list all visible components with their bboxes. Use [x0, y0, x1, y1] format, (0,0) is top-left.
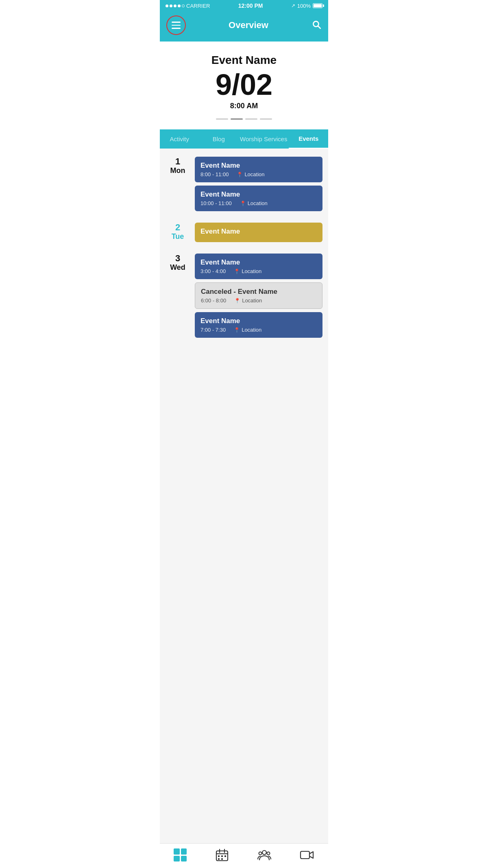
nav-item-media[interactable] [300, 848, 314, 862]
hamburger-line-3 [172, 28, 181, 29]
event-location-3-2: 📍 Location [234, 297, 262, 304]
battery-percent: 100% [297, 3, 311, 9]
day-events-2: Event Name [195, 223, 322, 242]
pin-icon-3-1: 📍 [234, 269, 240, 274]
day-number-1: 1 [166, 157, 190, 166]
svg-rect-12 [301, 851, 309, 859]
day-section-1: 1 Mon Event Name 8:00 - 11:00 📍 Location… [160, 149, 328, 214]
status-left: CARRIER [166, 3, 210, 9]
signal-dot-4 [178, 4, 181, 7]
day-name-2: Tue [166, 232, 190, 241]
svg-rect-7 [218, 858, 220, 860]
day-label-1: 1 Mon [166, 157, 190, 175]
search-button[interactable] [311, 19, 322, 31]
pin-icon-1-1: 📍 [237, 172, 243, 177]
event-time-3-2: 6:00 - 8:00 [201, 297, 226, 304]
grid-icon [174, 848, 187, 861]
page-dot-4 [260, 118, 272, 120]
svg-rect-8 [221, 858, 223, 860]
event-name-3-2: Canceled - Event Name [201, 288, 316, 296]
calendar-icon [215, 848, 229, 862]
event-card-3-2[interactable]: Canceled - Event Name 6:00 - 8:00 📍 Loca… [195, 282, 322, 309]
page-dot-1 [216, 118, 228, 120]
event-location-1-1: 📍 Location [237, 171, 264, 177]
pin-icon-3-3: 📍 [234, 327, 240, 333]
event-card-3-3[interactable]: Event Name 7:00 - 7:30 📍 Location [195, 312, 322, 338]
tab-events[interactable]: Events [289, 129, 328, 149]
video-icon [300, 848, 314, 862]
event-meta-1-1: 8:00 - 11:00 📍 Location [200, 171, 317, 177]
svg-point-10 [259, 852, 262, 855]
signal-dots [166, 4, 185, 7]
header-title: Overview [229, 20, 268, 31]
status-bar: CARRIER 12:00 PM ↗ 100% [160, 0, 328, 11]
event-name-1-1: Event Name [200, 162, 317, 170]
grid-cell-2 [181, 848, 187, 855]
day-label-3: 3 Wed [166, 254, 190, 272]
event-meta-3-1: 3:00 - 4:00 📍 Location [200, 268, 317, 274]
grid-cell-1 [174, 848, 180, 855]
svg-rect-6 [224, 855, 226, 857]
signal-dot-3 [174, 4, 176, 7]
pin-icon-1-2: 📍 [240, 201, 246, 206]
nav-item-calendar[interactable] [215, 848, 229, 862]
event-meta-3-2: 6:00 - 8:00 📍 Location [201, 297, 316, 304]
day-events-1: Event Name 8:00 - 11:00 📍 Location Event… [195, 157, 322, 211]
event-card-1-1[interactable]: Event Name 8:00 - 11:00 📍 Location [195, 157, 322, 182]
event-time-1-1: 8:00 - 11:00 [200, 171, 229, 177]
page-dot-3 [245, 118, 257, 120]
event-location-3-1: 📍 Location [234, 268, 261, 274]
grid-cell-4 [181, 856, 187, 862]
event-name-2-1: Event Name [200, 227, 317, 236]
events-list: 1 Mon Event Name 8:00 - 11:00 📍 Location… [160, 149, 328, 868]
hamburger-icon [172, 22, 181, 29]
day-number-3: 3 [166, 254, 190, 263]
nav-item-home[interactable] [174, 848, 187, 861]
menu-button[interactable] [166, 15, 186, 35]
hero-date: 9/02 [168, 70, 320, 99]
tab-blog[interactable]: Blog [199, 130, 239, 148]
event-location-1-2: 📍 Location [240, 200, 268, 206]
signal-dot-5 [182, 4, 185, 7]
hamburger-line-1 [172, 22, 181, 23]
event-time-3-3: 7:00 - 7:30 [200, 327, 226, 333]
signal-dot-2 [170, 4, 172, 7]
hero-event-name: Event Name [168, 54, 320, 67]
search-icon [311, 19, 322, 30]
event-time-3-1: 3:00 - 4:00 [200, 268, 226, 274]
event-name-3-3: Event Name [200, 317, 317, 325]
pagination-dots [168, 118, 320, 120]
battery-icon [313, 3, 322, 8]
svg-rect-4 [218, 855, 220, 857]
tab-bar: Activity Blog Worship Services Events [160, 129, 328, 149]
event-name-1-2: Event Name [200, 190, 317, 199]
carrier-label: CARRIER [186, 3, 210, 9]
people-icon [257, 848, 272, 862]
event-card-3-1[interactable]: Event Name 3:00 - 4:00 📍 Location [195, 254, 322, 279]
tab-worship[interactable]: Worship Services [238, 130, 289, 148]
header: Overview [160, 11, 328, 42]
svg-point-11 [267, 852, 270, 855]
event-meta-1-2: 10:00 - 11:00 📍 Location [200, 200, 317, 206]
bottom-nav [160, 843, 328, 868]
location-arrow-icon: ↗ [291, 3, 295, 9]
status-right: ↗ 100% [291, 3, 322, 9]
pin-icon-3-2: 📍 [234, 298, 240, 304]
hamburger-line-2 [172, 25, 181, 26]
day-name-1: Mon [166, 166, 190, 175]
event-card-2-1[interactable]: Event Name [195, 223, 322, 242]
svg-rect-5 [221, 855, 223, 857]
event-location-3-3: 📍 Location [234, 327, 261, 333]
event-card-1-2[interactable]: Event Name 10:00 - 11:00 📍 Location [195, 186, 322, 211]
event-name-3-1: Event Name [200, 258, 317, 267]
hero-time: 8:00 AM [168, 102, 320, 110]
grid-cell-3 [174, 856, 180, 862]
tab-activity[interactable]: Activity [160, 130, 199, 148]
day-label-2: 2 Tue [166, 223, 190, 241]
hero-section: Event Name 9/02 8:00 AM [160, 42, 328, 129]
page-dot-2 [231, 118, 243, 120]
day-events-3: Event Name 3:00 - 4:00 📍 Location Cancel… [195, 254, 322, 338]
day-name-3: Wed [166, 263, 190, 272]
nav-item-community[interactable] [257, 848, 272, 862]
battery-fill [314, 4, 322, 7]
